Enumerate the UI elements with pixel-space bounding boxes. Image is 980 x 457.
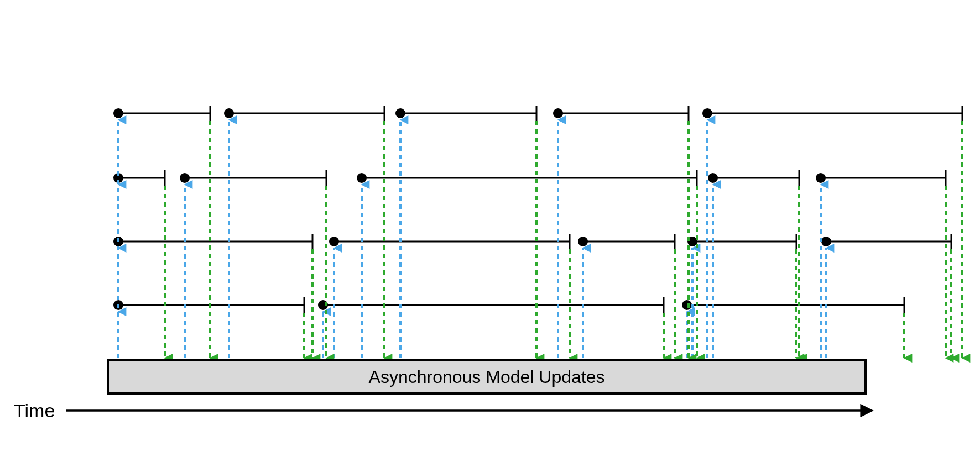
time-axis-label: Time xyxy=(14,400,55,421)
task-start-dot xyxy=(357,173,367,183)
task-start-dot xyxy=(821,237,831,246)
task-start-dot xyxy=(553,108,563,118)
task-start-dot xyxy=(816,173,826,183)
update-box-label: Asynchronous Model Updates xyxy=(369,367,605,387)
task-start-dot xyxy=(578,237,588,246)
task-start-dot xyxy=(329,237,339,246)
task-start-dot xyxy=(113,108,123,118)
task-start-dot xyxy=(180,173,190,183)
async-update-diagram: Asynchronous Model UpdatesTime xyxy=(0,0,980,457)
task-start-dot xyxy=(702,108,712,118)
task-start-dot xyxy=(708,173,718,183)
task-start-dot xyxy=(682,300,692,310)
task-start-dot xyxy=(224,108,234,118)
task-start-dot xyxy=(395,108,405,118)
